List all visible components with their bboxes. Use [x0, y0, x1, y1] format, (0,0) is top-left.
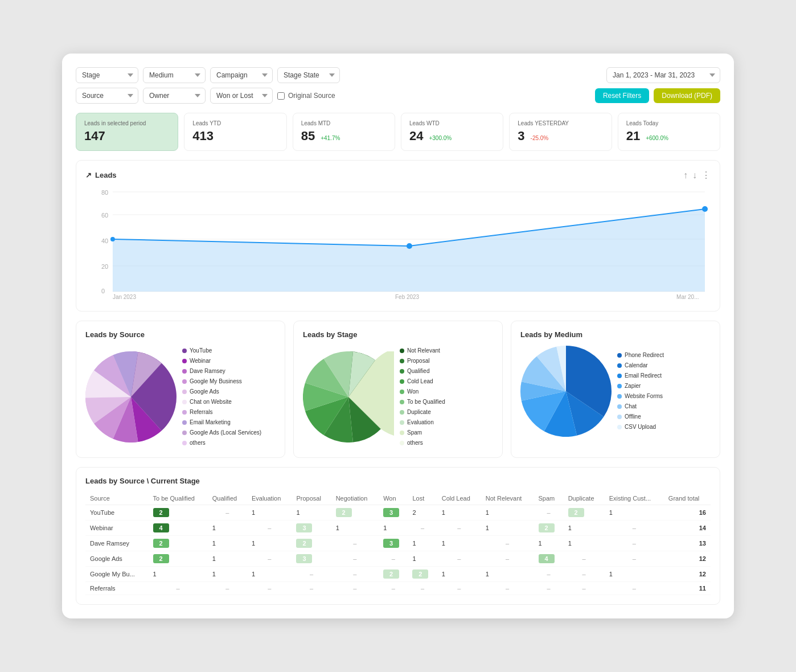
col-proposal: Proposal — [292, 492, 331, 505]
stat-label-2: Leads MTD — [301, 120, 387, 126]
stat-change-3: +300.0% — [429, 135, 452, 141]
filter-row-2: Source Owner Won or Lost Original Source… — [76, 88, 720, 104]
stat-value-1: 413 — [192, 129, 278, 144]
col-existing-cust: Existing Cust... — [605, 492, 664, 505]
stats-row: Leads in selected period 147 Leads YTD 4… — [76, 113, 720, 151]
leads-by-source-container: YouTube Webinar Dave Ramsey Google My Bu… — [85, 346, 276, 448]
stat-value-5: 21 — [626, 129, 640, 144]
leads-by-stage-title: Leads by Stage — [303, 330, 493, 339]
stat-leads-period: Leads in selected period 147 — [76, 113, 178, 151]
col-negotiation: Negotiation — [331, 492, 379, 505]
table-section: Leads by Source \ Current Stage Source T… — [76, 467, 720, 605]
original-source-checkbox[interactable]: Original Source — [277, 92, 335, 100]
dashboard: Stage Medium Campaign Stage State Jan 1,… — [62, 54, 734, 618]
col-grand-total: Grand total — [664, 492, 711, 505]
col-won: Won — [379, 492, 408, 505]
col-source: Source — [85, 492, 149, 505]
chart-menu-icon[interactable]: ⋮ — [701, 170, 711, 181]
stat-inline-5: 21 +600.0% — [626, 129, 712, 144]
stage-legend: Not Relevant Proposal Qualified Cold Lea… — [400, 346, 445, 448]
svg-point-11 — [110, 237, 115, 241]
col-lost: Lost — [408, 492, 437, 505]
source-filter[interactable]: Source — [76, 88, 138, 104]
stat-label-1: Leads YTD — [192, 120, 278, 126]
svg-text:60: 60 — [101, 212, 108, 219]
svg-point-13 — [702, 206, 708, 212]
stat-value-2: 85 — [301, 129, 315, 144]
table-row: Webinar 4 1 – 3 1 1 – – 1 2 1 – 14 — [85, 521, 711, 536]
stat-value-4: 3 — [518, 129, 524, 144]
reset-filters-button[interactable]: Reset Filters — [595, 88, 649, 103]
svg-point-12 — [407, 243, 412, 249]
table-row: Referrals – – – – – – – – – – – – 11 — [85, 582, 711, 595]
stat-value-3: 24 — [409, 129, 423, 144]
leads-by-source-table: Source To be Qualified Qualified Evaluat… — [85, 492, 711, 595]
original-source-input[interactable] — [277, 92, 285, 100]
svg-text:80: 80 — [101, 189, 108, 196]
stat-leads-today: Leads Today 21 +600.0% — [618, 113, 720, 151]
col-duplicate: Duplicate — [564, 492, 605, 505]
medium-filter[interactable]: Medium — [143, 67, 206, 83]
col-qualified: Qualified — [208, 492, 247, 505]
stage-pie — [303, 351, 394, 442]
owner-filter[interactable]: Owner — [143, 88, 206, 104]
stat-leads-mtd: Leads MTD 85 +41.7% — [293, 113, 395, 151]
chart-controls: ↑ ↓ ⋮ — [683, 170, 711, 181]
stat-inline-3: 24 +300.0% — [409, 129, 495, 144]
leads-by-medium-card: Leads by Medium Phone Redirect Calendar — [511, 321, 720, 458]
source-google-ads: Google Ads — [85, 551, 149, 567]
chart-down-icon[interactable]: ↓ — [692, 170, 697, 181]
stage-state-filter[interactable]: Stage State — [277, 67, 340, 83]
leads-by-stage-container: Not Relevant Proposal Qualified Cold Lea… — [303, 346, 493, 448]
three-charts-row: Leads by Source YouTube W — [76, 321, 720, 458]
date-range-filter[interactable]: Jan 1, 2023 - Mar 31, 2023 — [606, 67, 720, 83]
chart-up-icon[interactable]: ↑ — [683, 170, 688, 181]
leads-chart-title: ↗ Leads — [85, 171, 117, 179]
col-spam: Spam — [534, 492, 564, 505]
trend-icon: ↗ — [85, 171, 92, 179]
stat-leads-yesterday: Leads YESTERDAY 3 -25.0% — [509, 113, 612, 151]
stat-label-4: Leads YESTERDAY — [518, 120, 603, 126]
table-row: Google Ads 2 1 – 3 – – 1 – – 4 – – 12 — [85, 551, 711, 567]
stat-leads-ytd: Leads YTD 413 — [184, 113, 286, 151]
svg-text:Feb 2023: Feb 2023 — [395, 294, 420, 300]
won-or-lost-filter[interactable]: Won or Lost — [210, 88, 273, 104]
leads-by-medium-container: Phone Redirect Calendar Email Redirect Z… — [520, 346, 711, 437]
source-referrals: Referrals — [85, 582, 149, 595]
table-row: Dave Ramsey 2 1 1 2 – 3 1 1 – 1 1 – 13 — [85, 536, 711, 551]
stat-inline-2: 85 +41.7% — [301, 129, 387, 144]
leads-by-source-title: Leads by Source — [85, 330, 276, 339]
campaign-filter[interactable]: Campaign — [210, 67, 273, 83]
leads-by-medium-title: Leads by Medium — [520, 330, 711, 339]
leads-chart-section: ↗ Leads ↑ ↓ ⋮ 80 60 40 20 0 — [76, 160, 720, 312]
col-evaluation: Evaluation — [247, 492, 292, 505]
source-webinar: Webinar — [85, 521, 149, 536]
source-google-my-business: Google My Bu... — [85, 567, 149, 582]
stat-label-5: Leads Today — [626, 120, 712, 126]
leads-by-source-card: Leads by Source YouTube W — [76, 321, 285, 458]
source-youtube: YouTube — [85, 505, 149, 521]
svg-text:40: 40 — [101, 237, 108, 244]
stat-value-0: 147 — [84, 129, 170, 144]
svg-text:0: 0 — [101, 288, 105, 294]
col-not-relevant: Not Relevant — [481, 492, 534, 505]
medium-pie — [520, 346, 612, 437]
table-header-row: Source To be Qualified Qualified Evaluat… — [85, 492, 711, 505]
download-pdf-button[interactable]: Download (PDF) — [654, 88, 720, 103]
svg-text:Jan 2023: Jan 2023 — [113, 294, 136, 300]
svg-text:20: 20 — [101, 263, 108, 270]
leads-chart-svg: 80 60 40 20 0 Jan 2023 Feb 2023 Mar 20..… — [85, 186, 711, 300]
stat-label-0: Leads in selected period — [84, 120, 170, 126]
stat-change-5: +600.0% — [646, 135, 668, 141]
source-pie — [85, 351, 177, 442]
filter-row-1: Stage Medium Campaign Stage State Jan 1,… — [76, 67, 720, 83]
col-to-be-qualified: To be Qualified — [149, 492, 208, 505]
stat-leads-wtd: Leads WTD 24 +300.0% — [401, 113, 503, 151]
stat-label-3: Leads WTD — [409, 120, 495, 126]
table-row: YouTube 2 – 1 1 2 3 2 1 1 – 2 1 16 — [85, 505, 711, 521]
stat-change-2: +41.7% — [321, 135, 340, 141]
table-row: Google My Bu... 1 1 1 – – 2 2 1 1 – – 1 … — [85, 567, 711, 582]
svg-text:Mar 20...: Mar 20... — [676, 294, 699, 300]
original-source-label: Original Source — [288, 92, 335, 100]
stage-filter[interactable]: Stage — [76, 67, 138, 83]
